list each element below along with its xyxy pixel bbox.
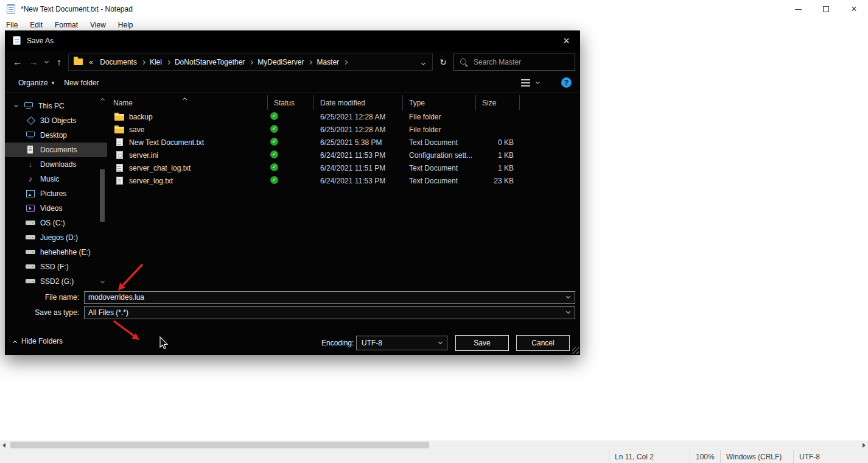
table-row[interactable]: backup 6/25/2021 12:28 AM File folder [107, 110, 580, 123]
sidebar-scrollbar-thumb[interactable] [100, 169, 105, 222]
menu-file[interactable]: File [0, 21, 24, 29]
up-icon: ↑ [57, 57, 61, 67]
search-input[interactable] [474, 58, 569, 66]
sidebar-item-pictures[interactable]: Pictures [5, 186, 107, 201]
sidebar-item-documents[interactable]: Documents [5, 143, 107, 157]
this-pc-icon [24, 101, 33, 111]
sidebar-item-3d-objects[interactable]: 3D Objects [5, 113, 107, 128]
chevron-right-icon[interactable] [166, 60, 170, 64]
file-type: File folder [403, 113, 476, 121]
synced-status-icon [270, 112, 278, 120]
notepad-window: *New Text Document.txt - Notepad × File … [0, 0, 868, 463]
chevron-down-icon[interactable] [14, 103, 18, 107]
maximize-button[interactable] [812, 0, 840, 18]
file-size: 1 KB [476, 164, 520, 172]
menu-help[interactable]: Help [112, 21, 139, 29]
chevron-right-icon[interactable] [308, 60, 312, 64]
refresh-icon: ↻ [439, 57, 447, 67]
file-name: New Text Document.txt [129, 138, 204, 147]
save-as-type-select[interactable]: All Files (*.*) [84, 306, 575, 319]
change-view-icon[interactable] [521, 79, 530, 87]
sidebar-item-downloads[interactable]: Downloads [5, 157, 107, 172]
menu-edit[interactable]: Edit [24, 21, 49, 29]
synced-status-icon [270, 150, 278, 158]
breadcrumb-item-klei[interactable]: Klei [145, 58, 166, 66]
organize-label: Organize [18, 79, 48, 87]
hide-folders-button[interactable]: Hide Folders [13, 337, 63, 345]
new-folder-button[interactable]: New folder [59, 76, 103, 90]
table-row[interactable]: server.ini 6/24/2021 11:53 PM Configurat… [107, 149, 580, 161]
chevron-right-icon[interactable] [249, 60, 253, 64]
file-name-input[interactable] [88, 293, 567, 302]
up-button[interactable]: ↑ [51, 54, 67, 70]
breadcrumb-item-mydediserver[interactable]: MyDediServer [253, 58, 308, 66]
sidebar-item-ssd-f[interactable]: SSD (F:) [5, 260, 107, 274]
scrollbar-thumb[interactable] [10, 442, 429, 448]
sidebar-item-this-pc[interactable]: This PC [5, 99, 107, 113]
refresh-button[interactable]: ↻ [435, 54, 451, 70]
sidebar-item-hehehehhe-e[interactable]: hehehehhe (E:) [5, 245, 107, 260]
chevron-right-icon[interactable] [343, 60, 348, 64]
chevron-down-icon[interactable] [536, 79, 540, 83]
column-header-status[interactable]: Status [268, 95, 314, 110]
scroll-right-icon[interactable] [863, 443, 866, 448]
menu-view[interactable]: View [84, 21, 112, 29]
menu-format[interactable]: Format [49, 21, 84, 29]
dialog-footer: Hide Folders Encoding: UTF-8 Save Cancel [5, 327, 580, 355]
sidebar-item-videos[interactable]: Videos [5, 201, 107, 216]
breadcrumb-item-donotstarvetogether[interactable]: DoNotStarveTogether [170, 58, 249, 66]
text-file-icon [116, 164, 123, 172]
save-as-type-row: Save as type: All Files (*.*) [5, 306, 580, 319]
forward-button[interactable]: → [26, 54, 41, 70]
sidebar-item-juegos-d[interactable]: Juegos (D:) [5, 230, 107, 245]
notepad-icon [7, 4, 15, 14]
breadcrumb-item-documents[interactable]: Documents [96, 58, 141, 66]
maximize-icon [823, 6, 829, 12]
table-row[interactable]: save 6/25/2021 12:28 AM File folder [107, 123, 580, 136]
synced-status-icon [270, 176, 278, 184]
save-button[interactable]: Save [455, 335, 509, 351]
date-modified: 6/24/2021 11:51 PM [314, 164, 403, 172]
organize-button[interactable]: Organize ▾ [13, 76, 59, 90]
text-file-icon [116, 177, 123, 185]
chevron-down-icon[interactable] [566, 294, 570, 299]
encoding-select[interactable]: UTF-8 [356, 336, 447, 350]
music-icon [26, 174, 35, 184]
sidebar-item-label: Documents [40, 146, 77, 154]
column-header-date-modified[interactable]: Date modified [314, 95, 403, 110]
file-name-combo[interactable] [84, 291, 575, 304]
sidebar-item-os-c[interactable]: OS (C:) [5, 216, 107, 230]
help-icon[interactable]: ? [561, 77, 572, 88]
address-bar[interactable]: « Documents Klei DoNotStarveTogether MyD… [68, 54, 433, 71]
minimize-button[interactable] [784, 0, 812, 18]
breadcrumb-overflow-icon[interactable]: « [86, 57, 96, 66]
sidebar-item-desktop[interactable]: Desktop [5, 128, 107, 143]
resize-grip[interactable] [572, 347, 579, 354]
search-box[interactable] [453, 54, 575, 71]
scroll-left-icon[interactable] [2, 443, 5, 448]
folder-icon [74, 58, 83, 65]
column-header-type[interactable]: Type [403, 95, 476, 110]
save-as-type-value: All Files (*.*) [88, 308, 567, 317]
table-row[interactable]: server_chat_log.txt 6/24/2021 11:51 PM T… [107, 161, 580, 174]
column-header-size[interactable]: Size [476, 95, 520, 110]
cancel-button[interactable]: Cancel [516, 335, 570, 351]
recent-locations-button[interactable] [41, 54, 51, 70]
sidebar-item-music[interactable]: Music [5, 172, 107, 186]
breadcrumb-item-master[interactable]: Master [312, 58, 343, 66]
notepad-statusbar: Ln 11, Col 2 100% Windows (CRLF) UTF-8 [0, 450, 868, 463]
address-dropdown-button[interactable] [417, 58, 430, 66]
table-row[interactable]: New Text Document.txt 6/25/2021 5:38 PM … [107, 136, 580, 149]
dialog-close-button[interactable]: × [553, 30, 580, 51]
chevron-right-icon[interactable] [141, 60, 145, 64]
chevron-down-icon[interactable] [566, 309, 570, 314]
chevron-up-icon [13, 340, 17, 344]
close-button[interactable]: × [840, 0, 868, 18]
column-header-name[interactable]: Name [107, 95, 268, 110]
back-button[interactable]: ← [10, 54, 26, 70]
table-row[interactable]: server_log.txt 6/24/2021 11:53 PM Text D… [107, 174, 580, 187]
sidebar-item-label: SSD2 (G:) [40, 277, 74, 286]
sidebar-item-ssd2-g[interactable]: SSD2 (G:) [5, 274, 107, 288]
horizontal-scrollbar[interactable] [0, 440, 868, 450]
zoom-level: 100% [690, 450, 720, 463]
